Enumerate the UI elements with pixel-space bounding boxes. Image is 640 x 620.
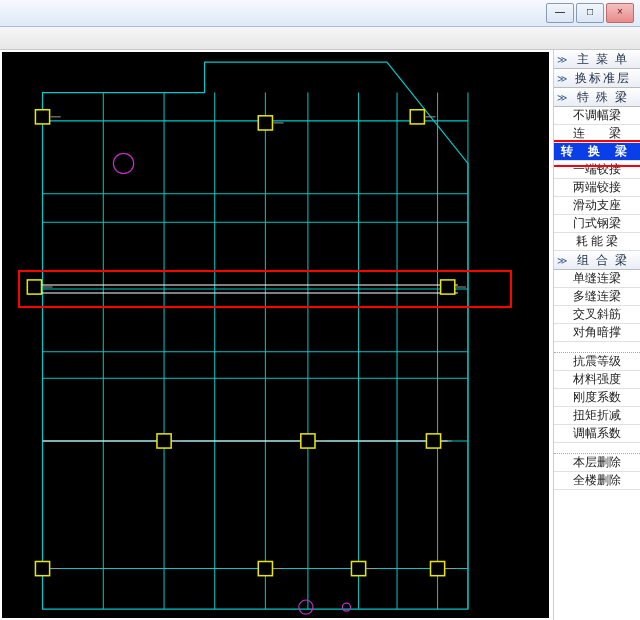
menu-item-extra[interactable]: 材料强度: [554, 371, 640, 389]
window-maximize-button[interactable]: □: [576, 3, 604, 23]
menu-item-special[interactable]: 两端铰接: [554, 179, 640, 197]
menu-item-composite[interactable]: 交叉斜筋: [554, 306, 640, 324]
svg-point-45: [113, 153, 133, 173]
menu-item-composite[interactable]: 单缝连梁: [554, 270, 640, 288]
menu-item-special[interactable]: 滑动支座: [554, 197, 640, 215]
menu-item-special[interactable]: 门式钢梁: [554, 215, 640, 233]
svg-rect-43: [430, 562, 444, 576]
side-panel: ≫ 主 菜 单 ≫ 换标准层 ≫ 特 殊 梁 不调幅梁连 梁转 换 梁一端铰接两…: [553, 50, 640, 620]
menu-head-switch-label: 换标准层: [570, 70, 636, 87]
menu-head-main-label: 主 菜 单: [570, 51, 636, 68]
svg-point-47: [342, 603, 350, 611]
composite-beam-list: 单缝连梁多缝连梁交叉斜筋对角暗撑: [554, 270, 640, 342]
extra-props-list: 抗震等级材料强度刚度系数扭矩折减调幅系数: [554, 353, 640, 443]
menu-item-special[interactable]: 连 梁: [554, 125, 640, 143]
window-close-button[interactable]: ×: [606, 3, 634, 23]
menu-separator: [554, 342, 640, 353]
menu-head-composite[interactable]: ≫ 组 合 梁: [554, 251, 640, 270]
svg-rect-37: [35, 562, 49, 576]
menu-item-composite[interactable]: 对角暗撑: [554, 324, 640, 342]
menu-item-composite[interactable]: 多缝连梁: [554, 288, 640, 306]
menu-separator: [554, 443, 640, 454]
svg-rect-33: [301, 434, 315, 448]
menu-head-switch[interactable]: ≫ 换标准层: [554, 69, 640, 88]
workspace: ≫ 主 菜 单 ≫ 换标准层 ≫ 特 殊 梁 不调幅梁连 梁转 换 梁一端铰接两…: [0, 50, 640, 620]
menu-head-special[interactable]: ≫ 特 殊 梁: [554, 88, 640, 107]
menu-head-special-label: 特 殊 梁: [570, 89, 636, 106]
menu-head-composite-label: 组 合 梁: [570, 252, 636, 269]
menu-item-extra[interactable]: 调幅系数: [554, 425, 640, 443]
menu-item-delete[interactable]: 本层删除: [554, 454, 640, 472]
window-minimize-button[interactable]: —: [546, 3, 574, 23]
window-titlebar: — □ ×: [0, 0, 640, 27]
menu-item-special[interactable]: 不调幅梁: [554, 107, 640, 125]
special-beam-list: 不调幅梁连 梁转 换 梁一端铰接两端铰接滑动支座门式钢梁耗 能 梁: [554, 107, 640, 251]
menu-item-extra[interactable]: 抗震等级: [554, 353, 640, 371]
chevron-right-icon: ≫: [554, 54, 570, 65]
svg-rect-29: [441, 280, 455, 294]
menu-item-extra[interactable]: 刚度系数: [554, 389, 640, 407]
window-buttons: — □ ×: [546, 3, 634, 23]
svg-rect-35: [426, 434, 440, 448]
app-toolbar: [0, 27, 640, 50]
svg-rect-27: [27, 280, 41, 294]
floor-plan-canvas[interactable]: [2, 52, 549, 618]
menu-item-special[interactable]: 耗 能 梁: [554, 233, 640, 251]
menu-item-special[interactable]: 一端铰接: [554, 161, 640, 179]
svg-rect-31: [157, 434, 171, 448]
svg-rect-39: [258, 562, 272, 576]
menu-item-special-selected[interactable]: 转 换 梁: [554, 143, 640, 161]
svg-rect-41: [351, 562, 365, 576]
plan-svg: [2, 52, 549, 618]
menu-item-extra[interactable]: 扭矩折减: [554, 407, 640, 425]
svg-rect-23: [258, 116, 272, 130]
canvas-container: [2, 52, 549, 618]
chevron-right-icon: ≫: [554, 73, 570, 84]
svg-point-46: [299, 600, 313, 614]
chevron-right-icon: ≫: [554, 92, 570, 103]
delete-list: 本层删除全楼删除: [554, 454, 640, 490]
svg-rect-21: [35, 110, 49, 124]
svg-rect-25: [410, 110, 424, 124]
menu-item-delete[interactable]: 全楼删除: [554, 472, 640, 490]
menu-head-main[interactable]: ≫ 主 菜 单: [554, 50, 640, 69]
chevron-right-icon: ≫: [554, 255, 570, 266]
